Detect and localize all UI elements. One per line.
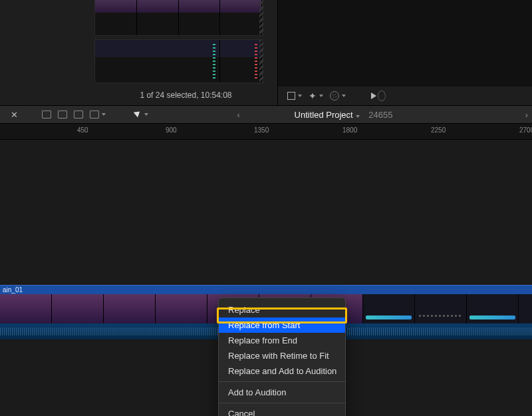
timecode-display[interactable]: 24655 bbox=[368, 110, 392, 120]
select-tool[interactable] bbox=[135, 110, 148, 119]
loop-icon bbox=[378, 91, 386, 101]
chevron-down-icon bbox=[342, 95, 346, 97]
menu-separator bbox=[219, 403, 345, 403]
play-icon bbox=[371, 93, 376, 99]
menu-item-add-audition[interactable]: Add to Audition bbox=[219, 385, 345, 400]
browser-thumbnails bbox=[94, 0, 263, 83]
chevron-down-icon bbox=[356, 115, 360, 118]
replace-context-menu: Replace Replace from Start Replace from … bbox=[218, 298, 346, 416]
enhance-tool[interactable]: ✦ bbox=[309, 91, 323, 101]
timeline-history-forward[interactable]: › bbox=[525, 110, 528, 120]
timeline-index-button-2[interactable] bbox=[58, 110, 67, 118]
menu-item-replace-from-end[interactable]: Replace from End bbox=[219, 333, 345, 348]
ruler-tick: 2250 bbox=[431, 126, 471, 134]
ruler-tick: 2700 bbox=[519, 126, 532, 134]
viewer-toolbar: ✦ bbox=[278, 87, 532, 105]
transform-tool[interactable] bbox=[287, 92, 302, 100]
retime-tool[interactable] bbox=[330, 91, 346, 101]
menu-item-replace[interactable]: Replace bbox=[219, 302, 345, 317]
viewer-canvas[interactable] bbox=[278, 0, 532, 87]
menu-item-replace-from-start[interactable]: Replace from Start bbox=[219, 317, 345, 333]
clip-appearance-button[interactable] bbox=[90, 110, 106, 118]
browser-clip-1[interactable] bbox=[94, 0, 263, 36]
project-bar: ✕ ‹ Untitled Project 24655 › bbox=[0, 105, 532, 124]
project-title[interactable]: Untitled Project bbox=[295, 110, 360, 120]
timeline-index-button-3[interactable] bbox=[74, 110, 83, 118]
clip-title-bar[interactable]: ain_01 bbox=[0, 285, 532, 294]
menu-separator bbox=[219, 381, 345, 382]
menu-item-cancel[interactable]: Cancel bbox=[219, 406, 345, 416]
ruler-tick: 900 bbox=[166, 126, 205, 134]
chevron-down-icon bbox=[298, 95, 302, 97]
browser-clip-2[interactable] bbox=[94, 39, 263, 83]
close-secondary-button[interactable]: ✕ bbox=[7, 110, 22, 120]
timeline-history-back[interactable]: ‹ bbox=[237, 110, 240, 120]
ruler-tick: 1350 bbox=[254, 126, 294, 134]
ruler-tick: 450 bbox=[77, 126, 117, 134]
menu-item-replace-add-audition[interactable]: Replace and Add to Audition bbox=[219, 363, 345, 379]
pointer-icon bbox=[135, 110, 142, 119]
play-button[interactable] bbox=[371, 91, 386, 101]
ruler-tick: 1800 bbox=[342, 126, 382, 134]
target-icon bbox=[330, 91, 339, 101]
chevron-down-icon bbox=[319, 95, 323, 97]
browser-selection-status: 1 of 24 selected, 10:54:08 bbox=[94, 91, 277, 100]
chevron-down-icon bbox=[144, 113, 148, 116]
wand-icon: ✦ bbox=[309, 91, 317, 101]
timeline-ruler[interactable]: 450 900 1350 1800 2250 2700 bbox=[0, 124, 532, 140]
timeline-index-button[interactable] bbox=[42, 110, 51, 118]
menu-item-replace-retime[interactable]: Replace with Retime to Fit bbox=[219, 348, 345, 363]
